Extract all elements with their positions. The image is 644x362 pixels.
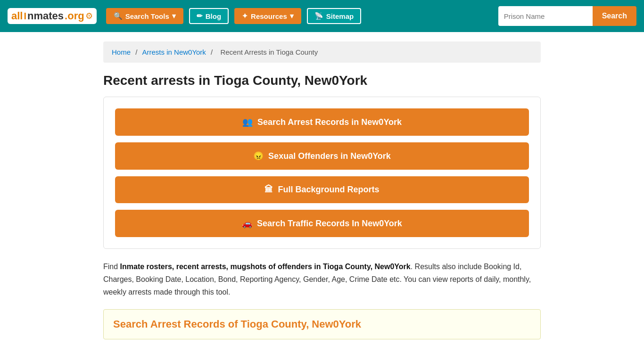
sexual-offenders-button[interactable]: 😠 Sexual Offenders in New0York xyxy=(115,142,529,170)
logo-text-all: all xyxy=(11,10,23,22)
sitemap-icon: 📡 xyxy=(314,12,323,20)
logo: all I nmates .org ⚙ xyxy=(8,8,97,24)
full-background-reports-button[interactable]: 🏛 Full Background Reports xyxy=(115,176,529,203)
navbar-search-button[interactable]: Search xyxy=(593,6,636,26)
traffic-records-label: Search Traffic Records In New0York xyxy=(257,219,402,229)
breadcrumb: Home / Arrests in New0York / Recent Arre… xyxy=(103,41,541,63)
section-box-title: Search Arrest Records of Tioga County, N… xyxy=(113,318,531,330)
blog-icon: ✏ xyxy=(197,12,203,20)
resources-icon: ✦ xyxy=(242,12,248,20)
navbar: all I nmates .org ⚙ 🔍 Search Tools ▾ ✏ B… xyxy=(0,0,644,32)
prison-name-input[interactable] xyxy=(498,6,593,26)
main-content: Home / Arrests in New0York / Recent Arre… xyxy=(96,32,548,354)
search-tools-icon: 🔍 xyxy=(114,12,123,20)
blog-button[interactable]: ✏ Blog xyxy=(189,8,229,24)
breadcrumb-arrests[interactable]: Arrests in New0York xyxy=(142,48,206,56)
breadcrumb-home[interactable]: Home xyxy=(112,48,131,56)
logo-text-org: .org xyxy=(65,10,84,22)
logo-gear: I xyxy=(24,11,26,22)
sexual-offenders-label: Sexual Offenders in New0York xyxy=(268,151,391,161)
search-traffic-records-button[interactable]: 🚗 Search Traffic Records In New0York xyxy=(115,210,529,237)
sexual-offenders-icon: 😠 xyxy=(253,151,264,161)
desc-bold: Inmate rosters, recent arrests, mugshots… xyxy=(120,263,411,271)
logo-gear-icon: ⚙ xyxy=(85,11,93,21)
breadcrumb-current: Recent Arrests in Tioga County xyxy=(220,48,318,56)
search-tools-label: Search Tools xyxy=(125,12,169,20)
sitemap-button[interactable]: 📡 Sitemap xyxy=(307,8,361,24)
section-box: Search Arrest Records of Tioga County, N… xyxy=(103,309,541,339)
search-arrest-label: Search Arrest Records in New0York xyxy=(257,117,402,127)
search-tools-button[interactable]: 🔍 Search Tools ▾ xyxy=(106,8,183,24)
resources-dropdown-icon: ▾ xyxy=(290,12,294,20)
breadcrumb-sep1: / xyxy=(135,48,139,56)
description-text: Find Inmate rosters, recent arrests, mug… xyxy=(103,260,541,299)
search-arrest-records-button[interactable]: 👥 Search Arrest Records in New0York xyxy=(115,108,529,136)
navbar-search-group: Search xyxy=(498,6,636,26)
action-card: 👥 Search Arrest Records in New0York 😠 Se… xyxy=(103,97,541,249)
traffic-records-icon: 🚗 xyxy=(242,218,252,229)
resources-label: Resources xyxy=(251,12,287,20)
full-background-label: Full Background Reports xyxy=(278,185,379,195)
search-arrest-icon: 👥 xyxy=(242,117,253,127)
blog-label: Blog xyxy=(206,12,221,20)
navbar-search-label: Search xyxy=(602,12,627,20)
search-tools-dropdown-icon: ▾ xyxy=(172,12,176,20)
page-title: Recent arrests in Tioga County, New0York xyxy=(103,73,541,88)
resources-button[interactable]: ✦ Resources ▾ xyxy=(234,8,301,24)
logo-text-inmates: nmates xyxy=(27,10,64,22)
breadcrumb-sep2: / xyxy=(211,48,215,56)
logo-box: all I nmates .org ⚙ xyxy=(8,8,97,24)
desc-prefix: Find xyxy=(103,263,120,271)
background-reports-icon: 🏛 xyxy=(264,185,273,195)
sitemap-label: Sitemap xyxy=(326,12,354,20)
